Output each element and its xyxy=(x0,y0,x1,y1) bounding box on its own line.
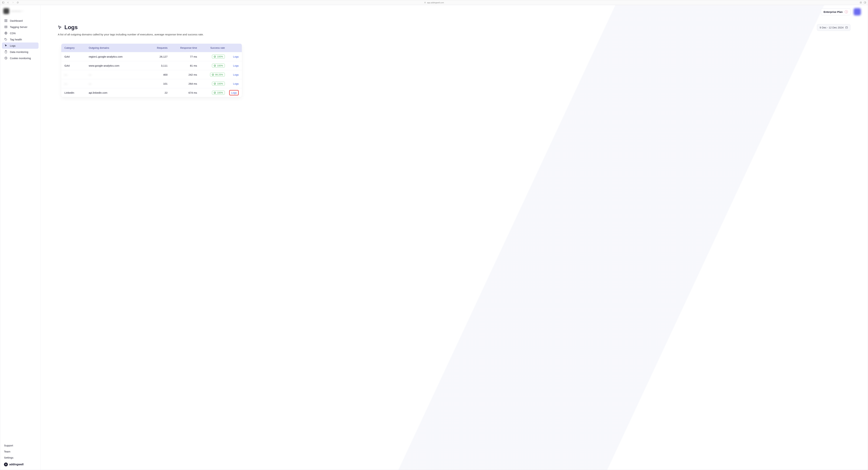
cell-category: — xyxy=(64,82,89,85)
sidebar-item-logs[interactable]: Logs xyxy=(2,42,38,49)
page-header: Logs 9 Dec - 12 Dec 2024 xyxy=(58,24,850,31)
svg-rect-8 xyxy=(5,21,6,22)
sidebar-item-label: Logs xyxy=(10,44,16,47)
clipboard-icon xyxy=(4,50,7,54)
cell-category: GA4 xyxy=(64,64,89,67)
cell-domain: api.linkedin.com xyxy=(89,91,143,94)
cell-requests: 400 xyxy=(143,73,167,76)
check-circle-icon xyxy=(214,82,216,85)
cell-domain: region1.google-analytics.com xyxy=(89,55,143,58)
main-content: Enterprise Plan Logs 9 Dec - 12 Dec 2024 xyxy=(40,5,868,470)
sidebar-item-dashboard[interactable]: Dashboard xyxy=(2,18,38,24)
tabs-icon[interactable] xyxy=(864,1,866,4)
support-link[interactable]: Support xyxy=(4,444,36,447)
sidebar-item-data-monitoring[interactable]: Data monitoring xyxy=(2,49,38,55)
svg-rect-9 xyxy=(6,21,7,22)
share-icon[interactable] xyxy=(860,1,862,4)
tag-icon xyxy=(4,38,7,41)
address-bar[interactable]: app.addingwell.com xyxy=(424,2,444,4)
svg-rect-6 xyxy=(5,20,6,21)
sidebar-toggle-icon[interactable] xyxy=(2,1,4,4)
svg-rect-2 xyxy=(425,2,426,3)
check-circle-icon xyxy=(212,73,214,76)
col-category: Category xyxy=(64,46,89,49)
cell-action: Logs xyxy=(225,82,239,85)
cell-success: 99.25% xyxy=(197,73,225,77)
reload-icon[interactable] xyxy=(17,1,19,4)
sidebar-item-label: Data monitoring xyxy=(10,51,28,54)
sidebar-item-tag-health[interactable]: Tag health xyxy=(2,36,38,42)
cell-response: 264 ms xyxy=(167,82,197,85)
logs-link[interactable]: Logs xyxy=(229,90,239,95)
browser-window: app.addingwell.com ——— · Dashboard Taggi… xyxy=(0,0,868,470)
col-action xyxy=(225,46,239,49)
cell-success: 100% xyxy=(197,64,225,68)
check-circle-icon xyxy=(214,65,216,67)
table-row: ——101264 ms100%Logs xyxy=(61,79,242,88)
svg-rect-11 xyxy=(5,27,7,28)
cursor-icon xyxy=(58,25,62,30)
lock-icon xyxy=(424,2,426,3)
svg-rect-10 xyxy=(5,26,7,27)
arrow-right-circle-icon xyxy=(845,10,848,13)
cell-requests: 3,111 xyxy=(143,64,167,67)
plan-chip[interactable]: Enterprise Plan xyxy=(821,8,850,15)
sidebar-footer-links: Support Team Settings xyxy=(0,444,40,460)
brand: A addingwell xyxy=(0,460,40,468)
user-avatar[interactable] xyxy=(854,8,861,15)
cell-action: Logs xyxy=(225,55,239,58)
table-row: ——400242 ms99.25%Logs xyxy=(61,70,242,79)
primary-nav: Dashboard Tagging Server CDN Tag health … xyxy=(0,16,40,62)
cell-action: Logs xyxy=(225,73,239,76)
sidebar-item-label: Tag health xyxy=(10,38,22,41)
col-success: Success rate xyxy=(197,46,225,49)
cell-response: 674 ms xyxy=(167,91,197,94)
back-icon[interactable] xyxy=(7,1,9,4)
cell-action: Logs xyxy=(225,91,239,94)
forward-icon[interactable] xyxy=(12,1,14,4)
logs-link[interactable]: Logs xyxy=(233,82,239,85)
cell-domain: — xyxy=(89,82,143,85)
cell-response: 77 ms xyxy=(167,55,197,58)
calendar-icon xyxy=(845,26,848,29)
sidebar-item-cookie-monitoring[interactable]: Cookie monitoring xyxy=(2,55,38,61)
col-domain: Outgoing domains xyxy=(89,46,143,49)
cell-domain: — xyxy=(89,73,143,76)
table-row: LinkedInapi.linkedin.com22674 ms100%Logs xyxy=(61,88,242,97)
grid-icon xyxy=(4,19,7,22)
sidebar-item-label: Cookie monitoring xyxy=(10,57,31,60)
cell-success: 100% xyxy=(197,91,225,95)
logs-link[interactable]: Logs xyxy=(233,64,239,67)
sidebar-item-cdn[interactable]: CDN xyxy=(2,30,38,36)
url-text: app.addingwell.com xyxy=(427,2,444,4)
team-link[interactable]: Team xyxy=(4,450,36,453)
svg-point-17 xyxy=(5,58,5,58)
logs-link[interactable]: Logs xyxy=(233,73,239,76)
topbar: Enterprise Plan xyxy=(48,8,861,15)
cell-requests: 101 xyxy=(143,82,167,85)
cookie-icon xyxy=(4,57,7,60)
svg-rect-4 xyxy=(864,2,866,3)
table-row: GA4region1.google-analytics.com26,12777 … xyxy=(61,52,242,61)
cell-requests: 26,127 xyxy=(143,55,167,58)
date-range-picker[interactable]: 9 Dec - 12 Dec 2024 xyxy=(817,24,850,31)
svg-point-19 xyxy=(5,58,6,59)
svg-rect-0 xyxy=(2,2,4,3)
settings-link[interactable]: Settings xyxy=(4,456,36,459)
sidebar-item-label: CDN xyxy=(10,32,16,35)
cell-success: 100% xyxy=(197,55,225,59)
browser-toolbar: app.addingwell.com xyxy=(0,0,868,5)
sidebar-item-tagging-server[interactable]: Tagging Server xyxy=(2,24,38,30)
cell-domain: www.google-analytics.com xyxy=(89,64,143,67)
cell-success: 100% xyxy=(197,82,225,86)
check-circle-icon xyxy=(214,56,216,58)
page-subtitle: A list of all outgoing domains called by… xyxy=(58,33,850,36)
sidebar-item-label: Dashboard xyxy=(10,19,23,22)
brand-name: addingwell xyxy=(9,463,24,466)
cell-response: 242 ms xyxy=(167,73,197,76)
col-response: Response time xyxy=(167,46,197,49)
svg-rect-21 xyxy=(846,27,847,28)
logs-link[interactable]: Logs xyxy=(233,55,239,58)
workspace-switcher[interactable]: ——— · xyxy=(0,7,40,16)
date-range-text: 9 Dec - 12 Dec 2024 xyxy=(819,26,843,29)
